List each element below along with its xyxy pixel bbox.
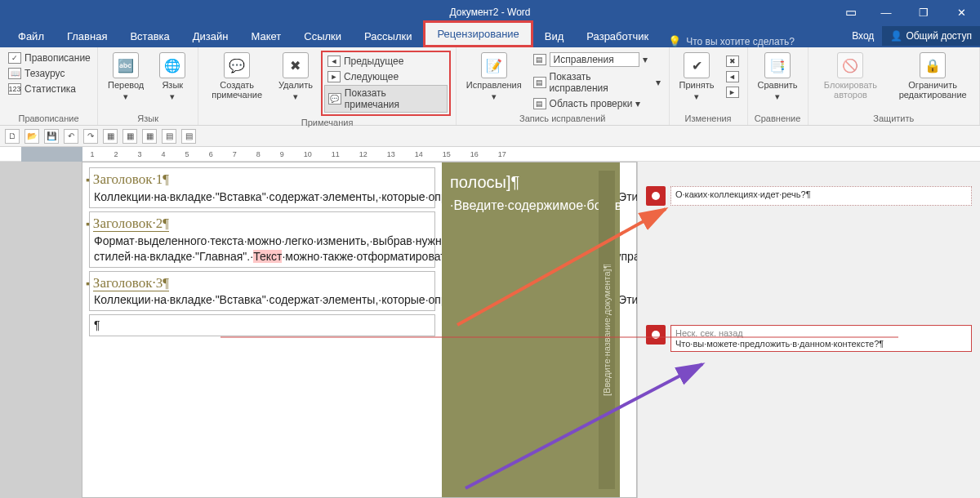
doc-icon: ▤ bbox=[533, 54, 546, 65]
accept-icon: ✔ bbox=[684, 52, 710, 78]
redo-icon[interactable]: ↷ bbox=[83, 129, 98, 144]
avatar-icon bbox=[646, 325, 666, 345]
ruler[interactable]: L 1· 12 34 56 78 910 1112 1314 1516 17 bbox=[0, 147, 980, 162]
sidebar-textbox[interactable]: полосы]¶ ·Введите·содержимое·боковой·пол… bbox=[442, 162, 620, 497]
group-proofing-label: Правописание bbox=[5, 112, 92, 123]
thesaurus-button[interactable]: 📖Тезаурус bbox=[5, 66, 94, 81]
share-button[interactable]: 👤Общий доступ bbox=[882, 26, 980, 46]
tell-me-box[interactable]: 💡Что вы хотите сделать? bbox=[668, 35, 795, 47]
globe-icon: 🌐 bbox=[159, 52, 185, 78]
menu-developer[interactable]: Разработчик bbox=[575, 25, 660, 47]
comment-2-text: Что·вы·можете·предложить·в·данном·контек… bbox=[675, 339, 967, 349]
accept-button[interactable]: ✔Принять▾ bbox=[675, 51, 719, 104]
avatar-icon bbox=[646, 186, 666, 206]
heading-2: Заголовок·2¶ bbox=[93, 216, 169, 232]
translate-icon: 🔤 bbox=[113, 52, 139, 78]
display-dropdown[interactable]: ▤Исправления▾ bbox=[530, 51, 664, 69]
save-icon[interactable]: 💾 bbox=[44, 129, 59, 144]
comment-del-icon: ✖ bbox=[283, 52, 309, 78]
show-markup-button[interactable]: ▤Показать исправления ▾ bbox=[530, 69, 664, 96]
delete-comment-button[interactable]: ✖Удалить▾ bbox=[274, 51, 318, 104]
group-changes-label: Изменения bbox=[675, 112, 742, 123]
menu-view[interactable]: Вид bbox=[533, 25, 576, 47]
qat-icon[interactable]: ▦ bbox=[103, 129, 118, 144]
bulb-icon: 💡 bbox=[668, 35, 681, 47]
restore-button[interactable]: ❐ bbox=[905, 0, 942, 24]
menu-design[interactable]: Дизайн bbox=[181, 25, 240, 47]
comment-2[interactable]: Неск. сек. назад Что·вы·можете·предложит… bbox=[646, 325, 972, 352]
menu-mailings[interactable]: Рассылки bbox=[353, 25, 423, 47]
menu-home[interactable]: Главная bbox=[56, 25, 118, 47]
block-authors-button: 🚫Блокировать авторов bbox=[813, 51, 889, 101]
menu-insert[interactable]: Вставка bbox=[118, 25, 180, 47]
next-comment-button[interactable]: ►Следующее bbox=[324, 69, 448, 84]
new-comment-button[interactable]: 💬Создать примечание bbox=[203, 51, 270, 101]
person-icon: 👤 bbox=[890, 30, 902, 42]
menu-review[interactable]: Рецензирование bbox=[423, 20, 532, 47]
spelling-button[interactable]: ✓Правописание bbox=[5, 51, 94, 65]
translate-button[interactable]: 🔤Перевод▾ bbox=[103, 51, 149, 104]
close-button[interactable]: ✕ bbox=[942, 0, 980, 24]
page[interactable]: ▪ Заголовок·1¶ Коллекции·на·вкладке·"Вст… bbox=[82, 162, 637, 498]
heading-1: Заголовок·1¶ bbox=[93, 171, 169, 187]
book-icon: 📖 bbox=[8, 68, 21, 79]
group-protect-label: Защитить bbox=[813, 112, 974, 123]
reject-button[interactable]: ✖ bbox=[723, 54, 742, 69]
comments-pane: О·каких·коллекциях·идет·речь?¶ Неск. сек… bbox=[637, 162, 980, 498]
stats-button[interactable]: 123Статистика bbox=[5, 82, 94, 96]
comment-1[interactable]: О·каких·коллекциях·идет·речь?¶ bbox=[646, 186, 972, 206]
comment-2-time: Неск. сек. назад bbox=[675, 328, 967, 338]
document-workspace: ▪ Заголовок·1¶ Коллекции·на·вкладке·"Вст… bbox=[0, 162, 980, 498]
block-icon: 🚫 bbox=[837, 52, 863, 78]
ribbon-options-icon[interactable]: ▭ bbox=[835, 0, 867, 24]
prev2-icon: ◄ bbox=[726, 71, 739, 82]
compare-button[interactable]: 📑Сравнить▾ bbox=[753, 51, 803, 104]
quick-access-toolbar: 🗋 📂 💾 ↶ ↷ ▦ ▦ ▦ ▤ ▤ bbox=[0, 126, 980, 147]
app-title: Документ2 - Word bbox=[449, 7, 530, 18]
prev-icon: ◄ bbox=[327, 56, 341, 67]
group-lang-label: Язык bbox=[103, 112, 193, 123]
highlighted-text: Текст bbox=[253, 250, 282, 263]
menu-bar: Файл Главная Вставка Дизайн Макет Ссылки… bbox=[0, 24, 980, 47]
window-controls: ▭ — ❐ ✕ bbox=[835, 0, 980, 24]
lock-icon: 🔒 bbox=[920, 52, 946, 78]
main-text-column[interactable]: ▪ Заголовок·1¶ Коллекции·на·вкладке·"Вст… bbox=[82, 162, 442, 497]
qat-icon[interactable]: ▦ bbox=[122, 129, 137, 144]
open-icon[interactable]: 📂 bbox=[24, 129, 39, 144]
prev-comment-button[interactable]: ◄Предыдущее bbox=[324, 54, 448, 69]
menu-references[interactable]: Ссылки bbox=[292, 25, 353, 47]
reject-icon: ✖ bbox=[726, 56, 739, 67]
next-change-button[interactable]: ► bbox=[723, 85, 742, 100]
language-button[interactable]: 🌐Язык▾ bbox=[152, 51, 193, 104]
tell-me-text: Что вы хотите сделать? bbox=[686, 36, 795, 47]
share-label: Общий доступ bbox=[906, 30, 972, 42]
group-tracking-label: Запись исправлений bbox=[461, 112, 664, 123]
reviewing-pane-button[interactable]: ▤Область проверки ▾ bbox=[530, 96, 664, 111]
login-button[interactable]: Вход bbox=[844, 30, 882, 42]
sidebar-title: полосы]¶ bbox=[450, 169, 612, 195]
heading-3: Заголовок·3¶ bbox=[93, 275, 169, 291]
menu-file[interactable]: Файл bbox=[7, 25, 56, 47]
prev-change-button[interactable]: ◄ bbox=[723, 69, 742, 84]
undo-icon[interactable]: ↶ bbox=[64, 129, 78, 144]
track-icon: 📝 bbox=[481, 52, 507, 78]
minimize-button[interactable]: — bbox=[867, 0, 905, 24]
comment-1-text: О·каких·коллекциях·идет·речь?¶ bbox=[675, 189, 967, 199]
stats-icon: 123 bbox=[8, 83, 21, 95]
qat-icon[interactable]: ▤ bbox=[181, 129, 196, 144]
next-icon: ► bbox=[327, 71, 341, 82]
group-compare-label: Сравнение bbox=[753, 112, 803, 123]
restrict-button[interactable]: 🔒Ограничить редактирование bbox=[891, 51, 974, 101]
empty-paragraph: ¶ bbox=[89, 314, 435, 336]
qat-icon[interactable]: ▦ bbox=[142, 129, 157, 144]
menu-layout[interactable]: Макет bbox=[239, 25, 292, 47]
show-comments-button[interactable]: 💬Показать примечания bbox=[324, 85, 448, 113]
sidebar-vertical-label: [Введите·название·документа]¶ bbox=[599, 171, 615, 489]
next2-icon: ► bbox=[726, 87, 739, 98]
ribbon: ✓Правописание 📖Тезаурус 123Статистика Пр… bbox=[0, 47, 980, 126]
qat-icon[interactable]: ▤ bbox=[162, 129, 176, 144]
track-changes-button[interactable]: 📝Исправления▾ bbox=[461, 51, 527, 104]
markup-icon: ▤ bbox=[533, 77, 546, 88]
show-icon: 💬 bbox=[328, 93, 341, 104]
new-doc-icon[interactable]: 🗋 bbox=[5, 129, 20, 144]
